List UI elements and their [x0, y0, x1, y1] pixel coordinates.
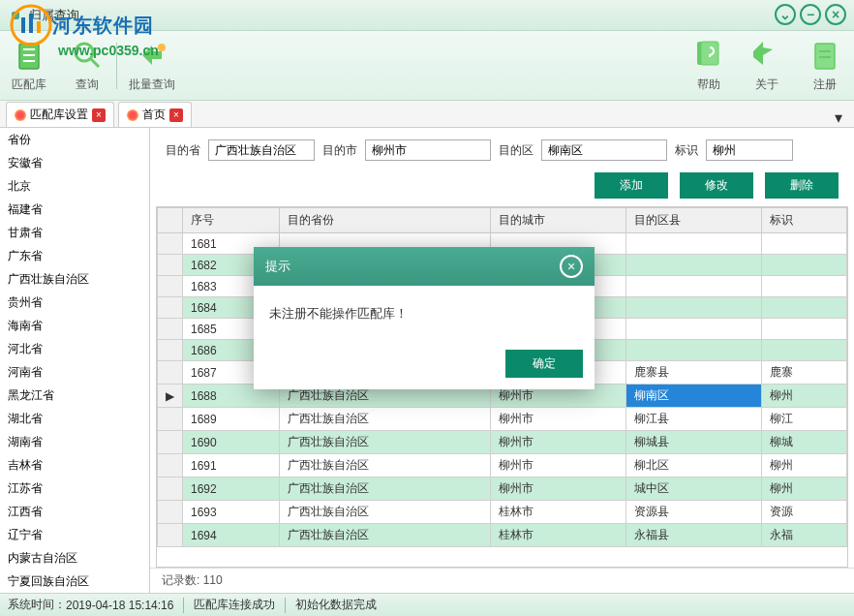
- table-cell[interactable]: 广西壮族自治区: [280, 524, 491, 547]
- table-header[interactable]: 目的省份: [280, 208, 491, 233]
- table-cell[interactable]: [158, 408, 183, 431]
- table-cell[interactable]: 永福: [761, 524, 846, 547]
- table-row[interactable]: 1690广西壮族自治区柳州市柳城县柳城: [158, 431, 847, 454]
- tab-match-settings[interactable]: 匹配库设置 ×: [6, 102, 114, 127]
- table-row[interactable]: 1693广西壮族自治区桂林市资源县资源: [158, 501, 847, 524]
- tool-search[interactable]: 查询: [70, 38, 105, 93]
- table-cell[interactable]: [158, 524, 183, 547]
- table-cell[interactable]: 1694: [183, 524, 280, 547]
- tool-help[interactable]: 帮助: [691, 38, 726, 93]
- table-cell[interactable]: 柳州: [761, 385, 846, 408]
- table-row[interactable]: 1691广西壮族自治区柳州市柳北区柳州: [158, 454, 847, 477]
- table-cell[interactable]: 桂林市: [490, 524, 625, 547]
- province-input[interactable]: [208, 139, 315, 161]
- tool-database[interactable]: 匹配库: [12, 38, 46, 93]
- sidebar-item[interactable]: 河南省: [0, 360, 149, 384]
- table-cell[interactable]: 柳城: [761, 431, 846, 454]
- table-cell[interactable]: 鹿寨: [761, 361, 846, 385]
- edit-button[interactable]: 修改: [680, 172, 753, 199]
- sidebar-item[interactable]: 江西省: [0, 500, 149, 523]
- table-cell[interactable]: [761, 340, 846, 361]
- table-cell[interactable]: [158, 454, 183, 477]
- table-cell[interactable]: [158, 233, 183, 255]
- city-input[interactable]: [365, 139, 491, 161]
- minimize-button[interactable]: −: [800, 4, 821, 25]
- table-cell[interactable]: 柳州市: [490, 454, 625, 477]
- table-row[interactable]: 1692广西壮族自治区柳州市城中区柳州: [158, 477, 847, 501]
- table-cell[interactable]: 柳北区: [625, 454, 761, 477]
- table-cell[interactable]: [625, 297, 761, 319]
- table-row[interactable]: 1689广西壮族自治区柳州市柳江县柳江: [158, 408, 847, 431]
- tab-dropdown[interactable]: ▾: [829, 108, 848, 127]
- sidebar-item[interactable]: 辽宁省: [0, 523, 149, 546]
- table-cell[interactable]: [158, 319, 183, 340]
- table-header[interactable]: 标识: [761, 208, 846, 233]
- delete-button[interactable]: 删除: [765, 172, 839, 199]
- table-cell[interactable]: 广西壮族自治区: [280, 501, 491, 524]
- table-cell[interactable]: [158, 361, 183, 385]
- table-header[interactable]: 目的城市: [490, 208, 625, 233]
- sidebar-item[interactable]: 贵州省: [0, 291, 149, 314]
- sidebar-item[interactable]: 海南省: [0, 314, 149, 337]
- table-cell[interactable]: 资源: [761, 501, 846, 524]
- table-cell[interactable]: [158, 501, 183, 524]
- table-cell[interactable]: 柳州: [761, 477, 846, 501]
- table-cell[interactable]: 柳城县: [625, 431, 761, 454]
- table-cell[interactable]: 广西壮族自治区: [280, 408, 491, 431]
- sidebar-item[interactable]: 湖南省: [0, 430, 149, 453]
- table-cell[interactable]: [158, 477, 183, 501]
- table-cell[interactable]: [625, 233, 761, 255]
- table-header[interactable]: 目的区县: [625, 208, 761, 233]
- table-cell[interactable]: 柳州市: [490, 477, 625, 501]
- table-cell[interactable]: 柳江: [761, 408, 846, 431]
- table-cell[interactable]: 广西壮族自治区: [280, 431, 491, 454]
- table-cell[interactable]: 城中区: [625, 477, 761, 501]
- table-cell[interactable]: 资源县: [625, 501, 761, 524]
- table-cell[interactable]: [761, 297, 846, 319]
- province-sidebar[interactable]: 省份安徽省北京福建省甘肃省广东省广西壮族自治区贵州省海南省河北省河南省黑龙江省湖…: [0, 128, 150, 593]
- table-header[interactable]: [158, 208, 183, 233]
- tool-register[interactable]: 注册: [808, 38, 842, 93]
- modal-close-button[interactable]: ×: [560, 255, 583, 278]
- table-cell[interactable]: 1690: [183, 431, 280, 454]
- table-cell[interactable]: [625, 319, 761, 340]
- tool-batch[interactable]: 批量查询: [129, 38, 175, 93]
- table-cell[interactable]: 柳南区: [625, 385, 761, 408]
- district-input[interactable]: [541, 139, 667, 161]
- table-cell[interactable]: 鹿寨县: [625, 361, 761, 385]
- table-cell[interactable]: 柳州市: [490, 408, 625, 431]
- modal-ok-button[interactable]: 确定: [505, 350, 583, 378]
- table-cell[interactable]: [761, 255, 846, 276]
- table-cell[interactable]: [625, 276, 761, 297]
- sidebar-item[interactable]: 北京: [0, 174, 149, 198]
- sidebar-item[interactable]: 甘肃省: [0, 221, 149, 244]
- sidebar-item[interactable]: 内蒙古自治区: [0, 546, 149, 570]
- table-cell[interactable]: [761, 276, 846, 297]
- sidebar-item[interactable]: 黑龙江省: [0, 384, 149, 407]
- table-cell[interactable]: [761, 233, 846, 255]
- table-cell[interactable]: 柳州: [761, 454, 846, 477]
- table-cell[interactable]: 1689: [183, 408, 280, 431]
- sidebar-item[interactable]: 省份: [0, 128, 149, 151]
- tab-close-button[interactable]: ×: [92, 108, 106, 122]
- table-cell[interactable]: 广西壮族自治区: [280, 454, 491, 477]
- table-cell[interactable]: [158, 340, 183, 361]
- table-cell[interactable]: [625, 255, 761, 276]
- tab-home[interactable]: 首页 ×: [118, 102, 192, 127]
- table-cell[interactable]: 柳州市: [490, 431, 625, 454]
- table-cell[interactable]: 1692: [183, 477, 280, 501]
- tab-close-button[interactable]: ×: [169, 108, 183, 122]
- close-button[interactable]: ×: [825, 4, 846, 25]
- sidebar-item[interactable]: 湖北省: [0, 407, 149, 430]
- table-cell[interactable]: 1691: [183, 454, 280, 477]
- sidebar-item[interactable]: 广东省: [0, 244, 149, 267]
- table-row[interactable]: 1694广西壮族自治区桂林市永福县永福: [158, 524, 847, 547]
- table-cell[interactable]: [158, 431, 183, 454]
- tag-input[interactable]: [706, 139, 793, 161]
- table-cell[interactable]: ▶: [158, 385, 183, 408]
- table-cell[interactable]: [761, 319, 846, 340]
- tool-about[interactable]: 关于: [749, 38, 784, 93]
- add-button[interactable]: 添加: [595, 172, 668, 199]
- sidebar-item[interactable]: 江苏省: [0, 477, 149, 500]
- table-cell[interactable]: 桂林市: [490, 501, 625, 524]
